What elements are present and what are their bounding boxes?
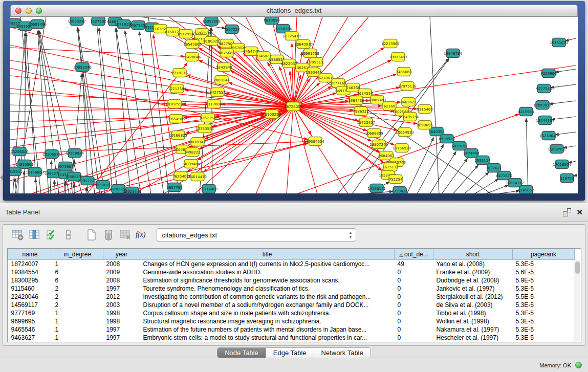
delete-trash-icon[interactable] bbox=[102, 229, 115, 241]
citation-edge-black[interactable] bbox=[430, 151, 456, 193]
graph-node-hub[interactable]: 18724007 bbox=[284, 102, 302, 111]
graph-node[interactable]: 12923446 bbox=[123, 187, 141, 194]
graph-node[interactable]: 20691406 bbox=[28, 20, 47, 29]
graph-node[interactable]: 10973493 bbox=[389, 53, 407, 61]
graph-node[interactable]: 9245652 bbox=[518, 186, 534, 194]
graph-node[interactable]: 116753 bbox=[560, 174, 574, 183]
graph-node[interactable]: 9875685 bbox=[219, 49, 234, 57]
table-cell[interactable]: 19384554 bbox=[8, 268, 52, 276]
table-cell[interactable]: Investigating the contribution of common… bbox=[140, 293, 395, 301]
collapsed-panel-handle[interactable] bbox=[0, 175, 3, 180]
graph-node[interactable]: 17016504 bbox=[553, 160, 571, 169]
citation-edge-black[interactable] bbox=[552, 117, 576, 119]
table-cell[interactable]: 18724007 bbox=[8, 260, 52, 268]
citation-edge-black[interactable] bbox=[555, 132, 576, 135]
graph-node[interactable]: 795513 bbox=[310, 58, 323, 67]
graph-node[interactable]: 19384554 bbox=[306, 137, 324, 146]
network-canvas[interactable]: 5403557140355722069140610653287152760264… bbox=[10, 16, 578, 193]
column-header-in-degree[interactable]: in_degree bbox=[52, 249, 103, 260]
table-cell[interactable]: 9115460 bbox=[8, 285, 52, 293]
graph-node[interactable]: 11156863 bbox=[26, 168, 44, 177]
table-cell[interactable]: 1998 bbox=[103, 317, 140, 325]
citation-edge-black[interactable] bbox=[464, 172, 489, 193]
graph-node[interactable]: 9498222 bbox=[184, 148, 200, 157]
table-cell[interactable]: 2009 bbox=[103, 268, 140, 276]
table-cell[interactable]: 9777169 bbox=[8, 309, 52, 317]
table-cell[interactable]: 0 bbox=[395, 317, 433, 325]
table-cell[interactable]: Yano et al. (2008) bbox=[433, 260, 513, 268]
table-selector-dropdown[interactable]: citations_edges.txt ▲▼ bbox=[157, 228, 356, 242]
table-cell[interactable]: 9465546 bbox=[8, 325, 52, 334]
table-cell[interactable]: 0 bbox=[395, 334, 433, 342]
graph-node[interactable]: 9463627 bbox=[400, 98, 416, 106]
table-cell[interactable]: 1 bbox=[52, 317, 103, 325]
graph-node[interactable]: 12444154 bbox=[536, 116, 554, 125]
graph-node[interactable]: 2718176 bbox=[171, 69, 188, 77]
graph-node[interactable]: 12353554 bbox=[195, 124, 214, 133]
column-header-short[interactable]: short bbox=[433, 249, 513, 260]
table-cell[interactable]: 1 bbox=[52, 260, 103, 268]
table-cell[interactable]: 1 bbox=[52, 309, 103, 317]
column-header-out-de-[interactable]: △out_de... bbox=[395, 249, 433, 260]
graph-node[interactable]: 16210643 bbox=[539, 132, 558, 140]
citation-edge-black[interactable] bbox=[555, 69, 576, 72]
graph-node[interactable]: 1364436 bbox=[348, 96, 364, 105]
graph-node[interactable]: 16053809 bbox=[202, 17, 221, 26]
table-cell[interactable]: 5.3E-5 bbox=[513, 309, 575, 317]
graph-node[interactable]: 19756928 bbox=[393, 144, 411, 152]
table-cell[interactable]: 0 bbox=[395, 276, 433, 285]
table-row[interactable]: 911546021997Tourette syndrome. Phenomeno… bbox=[8, 285, 575, 293]
citation-edge-black[interactable] bbox=[442, 159, 467, 193]
table-row[interactable]: 946362711997Embryonic stem cells: a mode… bbox=[8, 334, 575, 342]
row-height-icon[interactable] bbox=[62, 229, 75, 241]
scrollbar-thumb[interactable] bbox=[575, 261, 580, 274]
citation-edge-black[interactable] bbox=[526, 118, 528, 193]
graph-node[interactable]: 9242848 bbox=[216, 63, 232, 72]
citation-edge-black[interactable] bbox=[474, 179, 498, 193]
graph-node[interactable]: 9975887 bbox=[57, 162, 73, 171]
table-cell[interactable]: 1 bbox=[52, 325, 103, 334]
column-header-pagerank[interactable]: pagerank bbox=[513, 249, 575, 260]
graph-node[interactable]: 8912954 bbox=[178, 30, 194, 38]
table-cell[interactable]: 9463627 bbox=[8, 334, 52, 342]
citation-edge-red[interactable] bbox=[10, 106, 293, 147]
table-cell[interactable]: Nakamura et al. (1997) bbox=[433, 325, 513, 334]
graph-node[interactable]: 8878342 bbox=[189, 138, 205, 146]
graph-node[interactable]: 2803144 bbox=[213, 76, 230, 84]
table-cell[interactable]: 9699695 bbox=[8, 317, 52, 325]
column-header-title[interactable]: title bbox=[140, 249, 395, 260]
graph-node[interactable]: 12213384 bbox=[168, 84, 186, 93]
graph-node[interactable]: 22420046 bbox=[183, 53, 201, 61]
table-cell[interactable]: Jankovic et al. (1997) bbox=[433, 285, 513, 293]
citation-edge-black[interactable] bbox=[453, 165, 478, 193]
table-cell[interactable]: 1 bbox=[52, 334, 103, 342]
table-row[interactable]: 1938455462009Genome-wide association stu… bbox=[8, 268, 575, 276]
table-cell[interactable]: 2012 bbox=[103, 293, 140, 301]
tab-node-table[interactable]: Node Table bbox=[217, 348, 266, 358]
graph-node[interactable]: 3915911 bbox=[10, 167, 23, 176]
column-header-year[interactable]: year bbox=[103, 249, 140, 260]
table-cell[interactable]: 2003 bbox=[103, 301, 140, 309]
graph-node[interactable]: 20206576 bbox=[42, 150, 61, 159]
table-cell[interactable]: Corpus callosum shape and size in male p… bbox=[140, 309, 395, 317]
graph-node[interactable]: 2935114 bbox=[474, 156, 491, 165]
table-cell[interactable]: 5.5E-5 bbox=[513, 293, 575, 301]
graph-node[interactable]: 17359924 bbox=[66, 149, 84, 158]
table-cell[interactable]: 6 bbox=[52, 268, 103, 276]
table-cell[interactable]: 0 bbox=[395, 309, 433, 317]
graph-node[interactable]: 14136141 bbox=[367, 184, 386, 193]
graph-node[interactable]: 1615132 bbox=[382, 163, 398, 171]
graph-node[interactable]: 16961758 bbox=[301, 49, 319, 58]
table-cell[interactable]: Disruption of a novel member of a sodium… bbox=[140, 301, 395, 309]
graph-node[interactable]: 8813054 bbox=[264, 17, 280, 25]
column-visibility-icon[interactable] bbox=[28, 229, 41, 241]
citation-edge-black[interactable] bbox=[54, 180, 55, 193]
table-cell[interactable]: 18300295 bbox=[8, 276, 52, 285]
table-cell[interactable]: de Silva et al. (2003) bbox=[433, 301, 513, 309]
table-cell[interactable]: 49 bbox=[395, 260, 433, 268]
graph-node[interactable]: 19654985 bbox=[167, 115, 185, 123]
delete-table-icon[interactable] bbox=[119, 229, 132, 241]
table-scrollbar[interactable] bbox=[574, 260, 580, 342]
table-cell[interactable]: 0 bbox=[395, 268, 433, 276]
table-cell[interactable]: Wolkin et al. (1998) bbox=[433, 317, 513, 325]
